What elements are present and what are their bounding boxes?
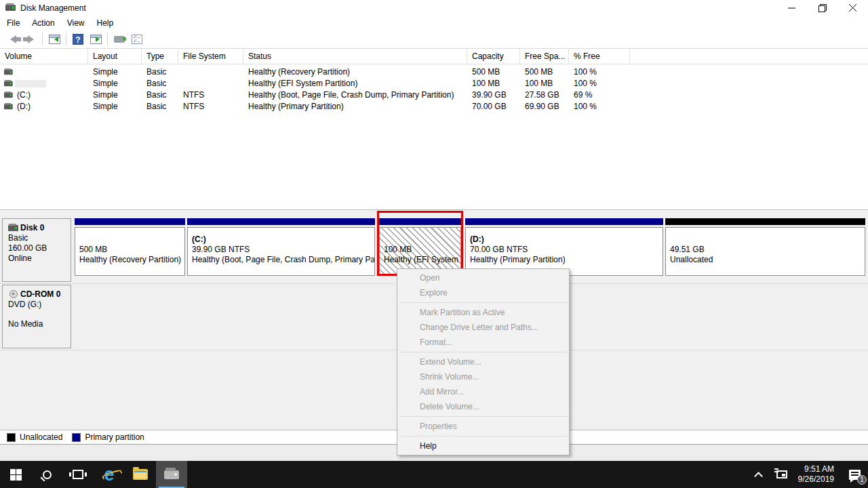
action-center-button[interactable]: 1	[841, 461, 868, 488]
cdrom-name: CD-ROM 0	[20, 289, 60, 299]
file-explorer-button[interactable]	[125, 461, 156, 488]
partition-color-bar	[75, 218, 185, 225]
console-window-icon	[49, 35, 60, 44]
menu-item-add-mirror[interactable]: Add Mirror...	[397, 384, 569, 399]
partition-color-bar	[187, 218, 375, 225]
legend-unallocated-swatch	[7, 433, 16, 442]
menu-item-delete-volume[interactable]: Delete Volume...	[397, 399, 569, 414]
restore-button[interactable]	[807, 0, 837, 16]
table-row[interactable]: (C:) Simple Basic NTFS Healthy (Boot, Pa…	[0, 89, 868, 100]
back-button[interactable]	[5, 32, 21, 47]
back-arrow-icon	[10, 35, 16, 43]
column-header-status[interactable]: Status	[243, 49, 467, 64]
table-row[interactable]: Simple Basic Healthy (Recovery Partition…	[0, 66, 868, 77]
legend-primary-swatch	[72, 433, 81, 442]
disk0-type: Basic	[8, 234, 71, 243]
selection-box	[15, 80, 46, 87]
minimize-icon	[788, 4, 795, 12]
taskbar-clock[interactable]: 9:51 AM 9/26/2019	[794, 464, 841, 485]
menu-item-open[interactable]: Open	[397, 270, 569, 285]
menu-view[interactable]: View	[61, 16, 91, 30]
table-header: Volume Layout Type File System Status Ca…	[0, 49, 868, 64]
toolbar-separator	[107, 33, 108, 45]
disk0-label-panel[interactable]: Disk 0 Basic 160.00 GB Online	[2, 218, 71, 282]
partition-color-bar	[379, 218, 461, 225]
disk-management-app-icon	[5, 3, 16, 12]
column-header-type[interactable]: Type	[142, 49, 178, 64]
disk-icon	[8, 224, 18, 232]
column-header-volume[interactable]: Volume	[0, 49, 88, 64]
disk-management-icon	[164, 470, 179, 479]
volume-list-pane: Volume Layout Type File System Status Ca…	[0, 49, 868, 210]
minimize-button[interactable]	[776, 0, 807, 16]
toolbar: ?	[0, 30, 868, 49]
column-header-blank	[630, 49, 868, 64]
column-header-capacity[interactable]: Capacity	[467, 49, 520, 64]
forward-button[interactable]	[22, 32, 39, 47]
file-explorer-icon	[133, 469, 148, 480]
partition-recovery[interactable]: 500 MB Healthy (Recovery Partition)	[75, 218, 185, 276]
window-title: Disk Management	[20, 3, 86, 13]
clock-time: 9:51 AM	[798, 464, 834, 474]
menu-item-change-drive-letter[interactable]: Change Drive Letter and Paths...	[397, 320, 569, 335]
properties-button[interactable]	[129, 32, 145, 47]
menu-item-extend-volume[interactable]: Extend Volume...	[397, 354, 569, 369]
disk0-size: 160.00 GB	[8, 244, 71, 253]
menu-item-format[interactable]: Format...	[397, 335, 569, 350]
menu-action[interactable]: Action	[26, 16, 60, 30]
cdrom-label-panel[interactable]: CD-ROM 0 DVD (G:) No Media	[2, 285, 71, 348]
task-view-button[interactable]	[62, 461, 94, 488]
task-view-icon	[73, 470, 83, 479]
menu-item-properties[interactable]: Properties	[397, 419, 569, 434]
taskbar-search-button[interactable]	[31, 461, 62, 488]
cdrom-icon	[8, 290, 19, 298]
menu-item-help[interactable]: Help	[397, 439, 569, 453]
search-icon	[43, 470, 52, 479]
start-button[interactable]	[0, 461, 31, 488]
menu-separator	[399, 302, 567, 303]
column-header-freespace[interactable]: Free Spa...	[520, 49, 569, 64]
show-hidden-icons-chevron[interactable]	[754, 472, 763, 481]
show-action-pane-button[interactable]	[87, 32, 104, 47]
partition-color-bar	[465, 218, 663, 225]
volume-icon	[4, 91, 13, 98]
volume-icon	[4, 102, 13, 109]
show-console-tree-button[interactable]	[46, 32, 62, 47]
menu-bar: File Action View Help	[0, 16, 868, 30]
volume-name: (C:)	[17, 90, 31, 100]
legend-primary-label: Primary partition	[85, 432, 144, 442]
column-header-pctfree[interactable]: % Free	[569, 49, 630, 64]
action-pane-icon	[90, 35, 102, 44]
table-row[interactable]: (D:) Simple Basic NTFS Healthy (Primary …	[0, 100, 868, 112]
menu-file[interactable]: File	[0, 16, 26, 30]
menu-separator	[399, 436, 567, 436]
system-tray: 9:51 AM 9/26/2019 1	[747, 461, 868, 488]
refresh-disk-button[interactable]	[111, 32, 127, 47]
help-button[interactable]: ?	[70, 32, 86, 47]
menu-separator	[399, 352, 567, 352]
menu-help[interactable]: Help	[91, 16, 120, 30]
close-button[interactable]	[837, 0, 868, 16]
toolbar-separator	[42, 33, 43, 45]
forward-arrow-icon	[28, 35, 34, 43]
network-icon[interactable]	[776, 470, 787, 479]
menu-item-explore[interactable]: Explore	[397, 285, 569, 300]
menu-item-shrink-volume[interactable]: Shrink Volume...	[397, 369, 569, 384]
disk0-name: Disk 0	[20, 223, 44, 232]
internet-explorer-button[interactable]: e	[94, 461, 125, 488]
partition-c[interactable]: (C:) 39.90 GB NTFS Healthy (Boot, Page F…	[187, 218, 375, 276]
legend-unallocated-label: Unallocated	[20, 432, 62, 442]
menu-item-mark-partition-active[interactable]: Mark Partition as Active	[397, 305, 569, 320]
cdrom-type: DVD (G:)	[8, 300, 71, 309]
help-icon: ?	[73, 34, 83, 45]
partition-efi-selected[interactable]: 100 MB Healthy (EFI System	[379, 218, 461, 276]
title-bar: Disk Management	[0, 0, 868, 16]
column-header-filesystem[interactable]: File System	[178, 49, 243, 64]
disk-management-taskbar-button[interactable]	[156, 461, 187, 488]
toolbar-separator	[66, 33, 66, 45]
partition-d[interactable]: (D:) 70.00 GB NTFS Healthy (Primary Part…	[465, 218, 663, 276]
notification-badge: 1	[857, 475, 867, 485]
column-header-layout[interactable]: Layout	[88, 49, 142, 64]
table-row-selected[interactable]: Simple Basic Healthy (EFI System Partiti…	[0, 77, 868, 89]
partition-unallocated[interactable]: 49.51 GB Unallocated	[665, 218, 865, 276]
